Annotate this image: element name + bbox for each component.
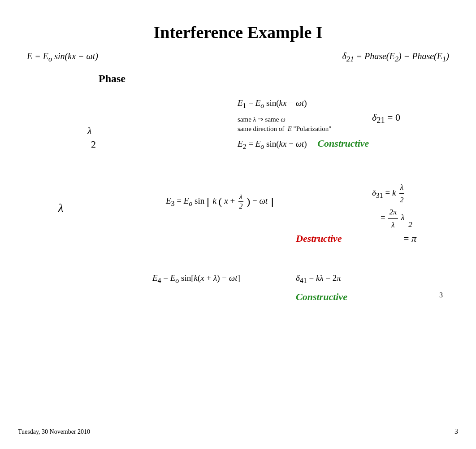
footer-date: Tuesday, 30 November 2010 bbox=[18, 428, 90, 436]
equation-e3: E3 = Eo sin [ k ( x + λ 2 ) − ωt ] bbox=[166, 192, 274, 211]
constructive-label-1: Constructive bbox=[317, 138, 369, 149]
lambda-label-2: λ bbox=[58, 201, 63, 215]
equation-e4: E4 = Eo sin[k(x + λ) − ωt] bbox=[152, 273, 240, 285]
same-direction-text: same direction of E "Polarization" bbox=[238, 125, 331, 133]
page-number-inline: 3 bbox=[439, 291, 443, 299]
same-lambda-text: same λ ⇒ same ω bbox=[238, 115, 286, 123]
page-title: Interference Example I bbox=[18, 22, 458, 42]
page: Interference Example I E = Eo sin(kx − ω… bbox=[0, 0, 476, 449]
delta31-block: δ31 = k λ 2 = 2π λ λ x 2 bbox=[372, 181, 414, 231]
top-left-equation: E = Eo sin(kx − ωt) bbox=[27, 51, 98, 64]
two-label-1: 2 bbox=[91, 139, 96, 150]
page-number: 3 bbox=[454, 427, 458, 436]
lambda-label-1: λ bbox=[87, 125, 92, 137]
content-area: E1 = Eo sin(kx − ωt) same λ ⇒ same ω δ21… bbox=[18, 98, 458, 376]
delta41-equation: δ41 = kλ = 2π bbox=[296, 273, 341, 285]
top-equations-row: E = Eo sin(kx − ωt) δ21 = Phase(E2) − Ph… bbox=[27, 51, 449, 64]
top-right-equation: δ21 = Phase(E2) − Phase(E1) bbox=[342, 51, 450, 64]
destructive-label: Destructive bbox=[296, 233, 342, 244]
equals-pi: = π bbox=[403, 233, 416, 244]
delta21-zero: δ21 = 0 bbox=[372, 112, 400, 125]
equation-e1: E1 = Eo sin(kx − ωt) bbox=[238, 98, 307, 110]
constructive-label-2: Constructive bbox=[296, 291, 347, 303]
equation-e2: E2 = Eo sin(kx − ωt) Constructive bbox=[238, 138, 369, 151]
phase-heading: Phase bbox=[99, 73, 458, 85]
